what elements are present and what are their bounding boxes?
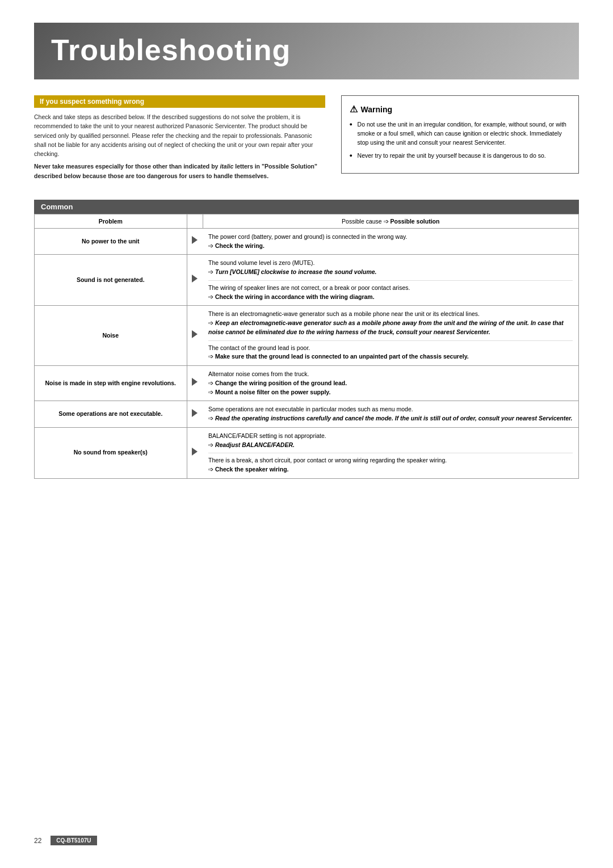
problem-cell: No sound from speaker(s) [35, 427, 187, 478]
solution-item: Alternator noise comes from the truck. ➩… [208, 370, 573, 397]
bold-warning: Never take measures especially for those… [34, 162, 325, 180]
suspect-section-header: If you suspect something wrong [34, 95, 325, 108]
arrow-cell [187, 366, 203, 401]
intro-text-block: Check and take steps as described below.… [34, 112, 325, 180]
warning-item-2: Never try to repair the unit by yourself… [350, 151, 570, 161]
arrow-cell [187, 255, 203, 306]
table-row: Sound is not generated. The sound volume… [35, 255, 579, 306]
arrow-icon [192, 330, 198, 338]
warning-list: Do not use the unit in an irregular cond… [350, 120, 570, 161]
arrow-icon [192, 448, 198, 456]
right-column: ⚠ Warning Do not use the unit in an irre… [341, 95, 579, 184]
arrow-icon [192, 378, 198, 386]
problem-cell: Sound is not generated. [35, 255, 187, 306]
arrow-cell [187, 228, 203, 255]
intro-paragraph: Check and take steps as described below.… [34, 112, 325, 158]
problem-cell: Noise [35, 306, 187, 366]
solution-item: Some operations are not executable in pa… [208, 405, 573, 423]
solution-item: The contact of the ground lead is poor. … [208, 344, 573, 362]
solution-cell: Some operations are not executable in pa… [203, 401, 578, 428]
solution-item: The wiring of speaker lines are not corr… [208, 284, 573, 302]
arrow-cell [187, 306, 203, 366]
page-footer: 22 CQ-BT5107U [34, 836, 579, 845]
table-row: Noise is made in step with engine revolu… [35, 366, 579, 401]
problem-cell: No power to the unit [35, 228, 187, 255]
solution-cell: The power cord (battery, power and groun… [203, 228, 578, 255]
arrow-icon [192, 409, 198, 417]
solution-cell: There is an electromagnetic-wave generat… [203, 306, 578, 366]
warning-box: ⚠ Warning Do not use the unit in an irre… [341, 95, 579, 174]
warning-label: Warning [361, 105, 392, 114]
warning-icon: ⚠ [350, 104, 358, 115]
arrow-cell [187, 427, 203, 478]
title-banner: Troubleshooting [34, 23, 579, 79]
problem-cell: Some operations are not executable. [35, 401, 187, 428]
solution-item: There is a break, a short circuit, poor … [208, 456, 573, 474]
arrow-icon [192, 275, 198, 283]
table-row: No sound from speaker(s) BALANCE/FADER s… [35, 427, 579, 478]
col-header-problem: Problem [35, 214, 187, 228]
common-section: Common Problem Possible cause ➩ Possible… [34, 200, 579, 479]
solution-cell: Alternator noise comes from the truck. ➩… [203, 366, 578, 401]
col-header-solution: Possible cause ➩ Possible solution [203, 214, 578, 228]
solution-item: The power cord (battery, power and groun… [208, 233, 573, 251]
model-badge: CQ-BT5107U [51, 836, 96, 845]
warning-item-1: Do not use the unit in an irregular cond… [350, 120, 570, 147]
page-title: Troubleshooting [51, 33, 562, 67]
solution-item: The sound volume level is zero (MUTE). ➩… [208, 259, 573, 277]
table-row: No power to the unit The power cord (bat… [35, 228, 579, 255]
page-number: 22 [34, 837, 41, 845]
solution-item: BALANCE/FADER setting is not appropriate… [208, 432, 573, 450]
solution-cell: BALANCE/FADER setting is not appropriate… [203, 427, 578, 478]
arrow-cell [187, 401, 203, 428]
table-row: Some operations are not executable. Some… [35, 401, 579, 428]
warning-title: ⚠ Warning [350, 104, 570, 115]
solution-item: There is an electromagnetic-wave generat… [208, 310, 573, 336]
left-column: If you suspect something wrong Check and… [34, 95, 325, 184]
arrow-icon [192, 236, 198, 244]
trouble-table: Problem Possible cause ➩ Possible soluti… [34, 214, 579, 479]
page: Troubleshooting If you suspect something… [0, 0, 613, 868]
two-column-layout: If you suspect something wrong Check and… [34, 95, 579, 184]
problem-cell: Noise is made in step with engine revolu… [35, 366, 187, 401]
solution-cell: The sound volume level is zero (MUTE). ➩… [203, 255, 578, 306]
common-header: Common [34, 200, 579, 214]
table-row: Noise There is an electromagnetic-wave g… [35, 306, 579, 366]
